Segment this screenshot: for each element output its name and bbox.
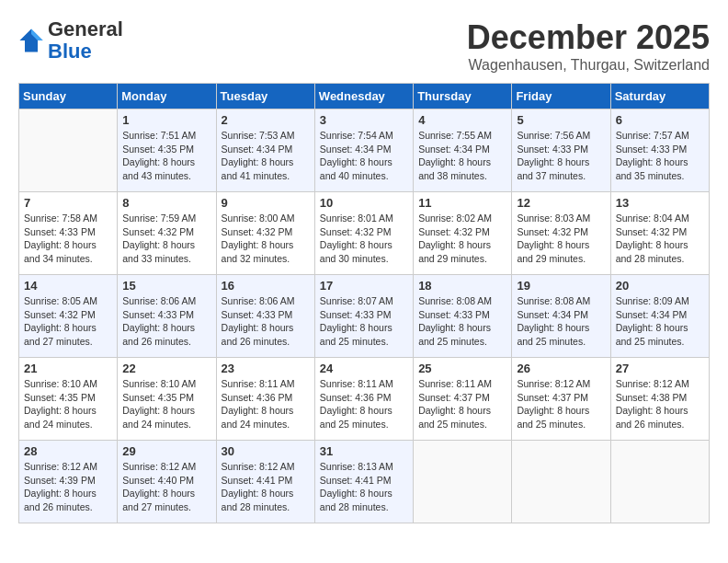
calendar-cell: 13Sunrise: 8:04 AMSunset: 4:32 PMDayligh… xyxy=(610,192,709,275)
day-info: Sunrise: 7:56 AMSunset: 4:33 PMDaylight:… xyxy=(517,129,605,183)
day-number: 1 xyxy=(122,113,210,127)
calendar-week-row: 14Sunrise: 8:05 AMSunset: 4:32 PMDayligh… xyxy=(19,275,710,358)
calendar-cell: 20Sunrise: 8:09 AMSunset: 4:34 PMDayligh… xyxy=(610,275,709,358)
day-number: 11 xyxy=(418,196,506,210)
calendar-cell: 29Sunrise: 8:12 AMSunset: 4:40 PMDayligh… xyxy=(118,441,216,523)
logo-text: General Blue xyxy=(48,18,123,63)
day-info: Sunrise: 8:13 AMSunset: 4:41 PMDaylight:… xyxy=(320,460,408,514)
calendar-cell: 25Sunrise: 8:11 AMSunset: 4:37 PMDayligh… xyxy=(414,358,512,441)
calendar-cell: 28Sunrise: 8:12 AMSunset: 4:39 PMDayligh… xyxy=(19,441,118,523)
calendar-cell: 6Sunrise: 7:57 AMSunset: 4:33 PMDaylight… xyxy=(610,109,709,192)
calendar-week-row: 1Sunrise: 7:51 AMSunset: 4:35 PMDaylight… xyxy=(19,109,710,192)
day-info: Sunrise: 8:12 AMSunset: 4:37 PMDaylight:… xyxy=(517,377,605,431)
day-info: Sunrise: 8:09 AMSunset: 4:34 PMDaylight:… xyxy=(616,294,704,349)
day-number: 15 xyxy=(122,279,210,293)
day-of-week-header: Sunday xyxy=(19,84,118,109)
day-of-week-header: Thursday xyxy=(414,84,512,109)
calendar-week-row: 28Sunrise: 8:12 AMSunset: 4:39 PMDayligh… xyxy=(19,441,710,523)
calendar-header-row: SundayMondayTuesdayWednesdayThursdayFrid… xyxy=(19,84,710,109)
calendar-table: SundayMondayTuesdayWednesdayThursdayFrid… xyxy=(18,83,710,523)
day-info: Sunrise: 7:57 AMSunset: 4:33 PMDaylight:… xyxy=(616,129,704,183)
day-number: 24 xyxy=(320,362,408,375)
logo: General Blue xyxy=(18,18,123,63)
day-number: 14 xyxy=(24,279,112,293)
day-info: Sunrise: 8:06 AMSunset: 4:33 PMDaylight:… xyxy=(122,294,210,349)
calendar-cell: 12Sunrise: 8:03 AMSunset: 4:32 PMDayligh… xyxy=(512,192,610,275)
month-title: December 2025 xyxy=(467,18,710,57)
calendar-cell: 22Sunrise: 8:10 AMSunset: 4:35 PMDayligh… xyxy=(118,358,216,441)
calendar-cell: 7Sunrise: 7:58 AMSunset: 4:33 PMDaylight… xyxy=(19,192,118,275)
calendar-cell: 16Sunrise: 8:06 AMSunset: 4:33 PMDayligh… xyxy=(216,275,314,358)
calendar-cell: 24Sunrise: 8:11 AMSunset: 4:36 PMDayligh… xyxy=(314,358,413,441)
day-number: 31 xyxy=(320,444,408,458)
day-number: 19 xyxy=(517,279,605,293)
calendar-cell: 14Sunrise: 8:05 AMSunset: 4:32 PMDayligh… xyxy=(19,275,118,358)
day-number: 22 xyxy=(122,362,210,375)
calendar-cell: 10Sunrise: 8:01 AMSunset: 4:32 PMDayligh… xyxy=(314,192,413,275)
day-number: 12 xyxy=(517,196,605,210)
calendar-cell: 21Sunrise: 8:10 AMSunset: 4:35 PMDayligh… xyxy=(19,358,118,441)
day-info: Sunrise: 8:01 AMSunset: 4:32 PMDaylight:… xyxy=(320,212,408,266)
day-of-week-header: Monday xyxy=(118,84,216,109)
calendar-cell: 2Sunrise: 7:53 AMSunset: 4:34 PMDaylight… xyxy=(216,109,314,192)
day-info: Sunrise: 8:08 AMSunset: 4:34 PMDaylight:… xyxy=(517,294,605,349)
day-info: Sunrise: 8:02 AMSunset: 4:32 PMDaylight:… xyxy=(418,212,506,266)
day-number: 10 xyxy=(320,196,408,210)
calendar-cell: 9Sunrise: 8:00 AMSunset: 4:32 PMDaylight… xyxy=(216,192,314,275)
day-number: 4 xyxy=(418,113,506,127)
day-info: Sunrise: 8:04 AMSunset: 4:32 PMDaylight:… xyxy=(616,212,704,266)
day-of-week-header: Saturday xyxy=(610,84,709,109)
day-number: 8 xyxy=(122,196,210,210)
day-info: Sunrise: 8:07 AMSunset: 4:33 PMDaylight:… xyxy=(320,294,408,349)
day-info: Sunrise: 7:53 AMSunset: 4:34 PMDaylight:… xyxy=(222,129,310,183)
calendar-cell xyxy=(19,109,118,192)
day-number: 26 xyxy=(517,362,605,375)
calendar-cell: 11Sunrise: 8:02 AMSunset: 4:32 PMDayligh… xyxy=(414,192,512,275)
day-number: 13 xyxy=(616,196,704,210)
calendar-cell: 15Sunrise: 8:06 AMSunset: 4:33 PMDayligh… xyxy=(118,275,216,358)
day-info: Sunrise: 8:10 AMSunset: 4:35 PMDaylight:… xyxy=(24,377,112,431)
day-number: 17 xyxy=(320,279,408,293)
day-number: 7 xyxy=(24,196,112,210)
day-info: Sunrise: 7:55 AMSunset: 4:34 PMDaylight:… xyxy=(418,129,506,183)
calendar-cell xyxy=(610,441,709,523)
day-number: 23 xyxy=(222,362,310,375)
logo-icon xyxy=(18,28,44,53)
day-number: 20 xyxy=(616,279,704,293)
day-info: Sunrise: 8:12 AMSunset: 4:40 PMDaylight:… xyxy=(122,460,210,514)
day-number: 18 xyxy=(418,279,506,293)
day-info: Sunrise: 8:06 AMSunset: 4:33 PMDaylight:… xyxy=(222,294,310,349)
location-subtitle: Wagenhausen, Thurgau, Switzerland xyxy=(467,57,710,74)
day-number: 5 xyxy=(517,113,605,127)
day-of-week-header: Friday xyxy=(512,84,610,109)
calendar-cell: 4Sunrise: 7:55 AMSunset: 4:34 PMDaylight… xyxy=(414,109,512,192)
day-info: Sunrise: 7:59 AMSunset: 4:32 PMDaylight:… xyxy=(122,212,210,266)
calendar-cell: 3Sunrise: 7:54 AMSunset: 4:34 PMDaylight… xyxy=(314,109,413,192)
day-info: Sunrise: 8:05 AMSunset: 4:32 PMDaylight:… xyxy=(24,294,112,349)
calendar-cell: 18Sunrise: 8:08 AMSunset: 4:33 PMDayligh… xyxy=(414,275,512,358)
day-info: Sunrise: 8:12 AMSunset: 4:38 PMDaylight:… xyxy=(616,377,704,431)
day-number: 25 xyxy=(418,362,506,375)
day-number: 2 xyxy=(222,113,310,127)
calendar-cell: 5Sunrise: 7:56 AMSunset: 4:33 PMDaylight… xyxy=(512,109,610,192)
day-of-week-header: Wednesday xyxy=(314,84,413,109)
day-number: 3 xyxy=(320,113,408,127)
page-header: General Blue December 2025 Wagenhausen, … xyxy=(18,18,710,74)
day-number: 27 xyxy=(616,362,704,375)
day-info: Sunrise: 7:58 AMSunset: 4:33 PMDaylight:… xyxy=(24,212,112,266)
day-number: 29 xyxy=(122,444,210,458)
day-info: Sunrise: 7:54 AMSunset: 4:34 PMDaylight:… xyxy=(320,129,408,183)
day-info: Sunrise: 8:11 AMSunset: 4:36 PMDaylight:… xyxy=(222,377,310,431)
day-info: Sunrise: 8:03 AMSunset: 4:32 PMDaylight:… xyxy=(517,212,605,266)
calendar-cell: 1Sunrise: 7:51 AMSunset: 4:35 PMDaylight… xyxy=(118,109,216,192)
day-info: Sunrise: 8:00 AMSunset: 4:32 PMDaylight:… xyxy=(222,212,310,266)
calendar-cell xyxy=(512,441,610,523)
day-number: 30 xyxy=(222,444,310,458)
calendar-cell: 30Sunrise: 8:12 AMSunset: 4:41 PMDayligh… xyxy=(216,441,314,523)
day-number: 21 xyxy=(24,362,112,375)
calendar-cell: 31Sunrise: 8:13 AMSunset: 4:41 PMDayligh… xyxy=(314,441,413,523)
calendar-cell: 27Sunrise: 8:12 AMSunset: 4:38 PMDayligh… xyxy=(610,358,709,441)
day-info: Sunrise: 8:10 AMSunset: 4:35 PMDaylight:… xyxy=(122,377,210,431)
title-block: December 2025 Wagenhausen, Thurgau, Swit… xyxy=(467,18,710,74)
day-info: Sunrise: 8:12 AMSunset: 4:41 PMDaylight:… xyxy=(222,460,310,514)
